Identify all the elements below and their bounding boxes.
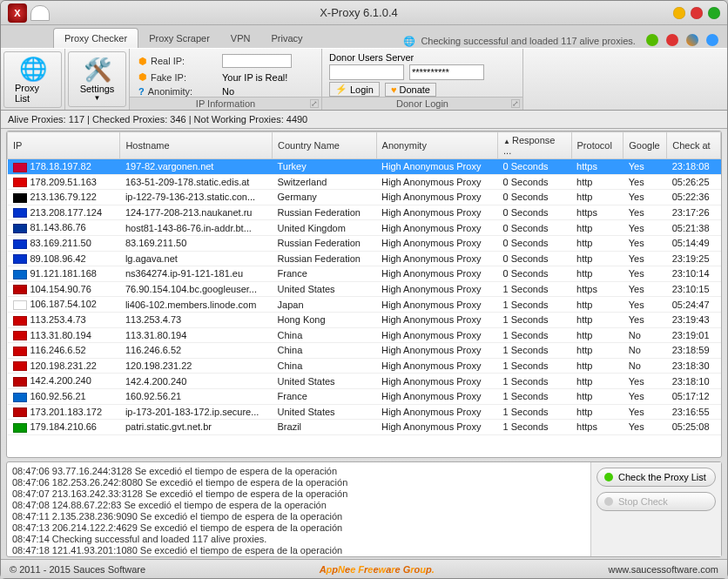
table-row[interactable]: 113.253.4.73113.253.4.73Hong KongHigh An… [8,312,721,327]
real-ip-label: Real IP: [151,56,185,66]
maximize-button[interactable] [708,7,720,19]
table-row[interactable]: 178.209.51.163163-51-209-178.static.edis… [8,174,721,190]
table-row[interactable]: 179.184.210.66patri.static.gvt.net.brBra… [8,420,721,435]
status-dot-blue[interactable] [706,34,718,46]
table-row[interactable]: 173.201.183.172ip-173-201-183-172.ip.sec… [8,404,721,420]
close-button[interactable] [691,7,703,19]
footer: © 2011 - 2015 Sauces Software AppNee Fre… [1,559,727,578]
footer-watermark: AppNee Freeware Group. [145,562,608,576]
log-output[interactable]: 08:47:06 93.77.16.244:3128 Se excedió el… [7,462,590,556]
stop-label: Stop Check [618,496,668,507]
tab-vpn[interactable]: VPN [220,29,261,48]
col-google[interactable]: Google [624,132,667,159]
status-icons [641,34,718,48]
flag-icon [13,393,27,402]
sort-asc-icon: ▲ [503,138,510,145]
tab-privacy[interactable]: Privacy [260,29,313,48]
table-row[interactable]: 83.169.211.5083.169.211.50Russian Federa… [8,235,721,251]
col-anonymity[interactable]: Anonymity [376,132,497,159]
toolbar: 🌐 Proxy List 🛠️ Settings ▼ ⬢Real IP: ⬢Fa… [1,48,727,111]
login-button[interactable]: ⚡Login [329,82,380,97]
settings-button[interactable]: 🛠️ Settings ▼ [68,51,126,107]
proxy-stats: Alive Proxies: 117 | Checked Proxies: 34… [1,111,727,129]
status-dot-green[interactable] [646,34,658,46]
col-protocol[interactable]: Protocol [571,132,624,159]
col-checkat[interactable]: Check at [667,132,721,159]
stop-check-button[interactable]: Stop Check [597,492,716,511]
table-row[interactable]: 91.121.181.168ns364274.ip-91-121-181.euF… [8,266,721,282]
col-hostname[interactable]: Hostname [120,132,273,159]
globe-icon: 🌐 [19,56,47,83]
table-row[interactable]: 120.198.231.22120.198.231.22ChinaHigh An… [8,358,721,374]
shield-icon: ⬢ [138,71,147,83]
app-window: X X-Proxy 6.1.0.4 Proxy Checker Proxy Sc… [0,0,728,579]
footer-url[interactable]: www.saucessoftware.com [608,564,718,575]
table-row[interactable]: 113.31.80.194113.31.80.194ChinaHigh Anon… [8,327,721,343]
table-row[interactable]: 213.208.177.124124-177-208-213.naukanet.… [8,205,721,220]
table-row[interactable]: 213.136.79.122ip-122-79-136-213.static.c… [8,190,721,205]
check-proxy-list-button[interactable]: Check the Proxy List [597,468,716,487]
titlebar[interactable]: X X-Proxy 6.1.0.4 [1,1,727,25]
status-dot-color[interactable] [686,34,698,46]
flag-icon [13,239,27,249]
table-row[interactable]: 89.108.96.42lg.agava.netRussian Federati… [8,251,721,266]
fake-ip-label: Fake IP: [151,72,186,83]
settings-label: Settings [80,84,115,94]
table-row[interactable]: 116.246.6.52116.246.6.52ChinaHigh Anonym… [8,343,721,359]
globe-icon: 🌐 [403,36,415,47]
proxy-list-label: Proxy List [15,83,51,104]
app-icon: X [8,3,27,23]
heart-icon: ♥ [391,84,397,95]
flag-icon [13,224,27,233]
tab-proxy-scraper[interactable]: Proxy Scraper [138,29,220,48]
table-row[interactable]: 104.154.90.7676.90.154.104.bc.googleuser… [8,281,721,297]
table-row[interactable]: 81.143.86.76host81-143-86-76.in-addr.bt.… [8,220,721,236]
status-dot-red[interactable] [666,34,678,46]
donate-button[interactable]: ♥Donate [385,83,436,97]
ip-info-caption: IP Information⤢ [130,97,321,110]
window-title: X-Proxy 6.1.0.4 [50,6,668,19]
table-row[interactable]: 178.18.197.82197-82.vargonen.netTurkeyHi… [8,159,721,175]
flag-icon [13,377,27,387]
flag-icon [13,300,27,310]
table-row[interactable]: 106.187.54.102li406-102.members.linode.c… [8,297,721,313]
ip-info-panel: ⬢Real IP: ⬢Fake IP: Your IP is Real! ?An… [130,49,321,102]
anonymity-label: Anonimity: [148,86,192,97]
flag-icon [13,331,27,340]
status-message: 🌐 Checking successful and loaded 117 ali… [403,34,727,48]
flag-icon [13,178,27,187]
donor-login-input[interactable] [329,64,404,80]
footer-copyright: © 2011 - 2015 Sauces Software [10,564,145,575]
flag-icon [13,270,27,279]
expand-icon[interactable]: ⤢ [310,99,319,108]
table-row[interactable]: 160.92.56.21160.92.56.21FranceHigh Anony… [8,388,721,404]
check-label: Check the Proxy List [618,472,706,482]
gear-icon: 🛠️ [84,57,111,84]
shield-icon: ⬢ [138,56,147,67]
col-response[interactable]: ▲Response ... [498,132,572,159]
grid-scroll[interactable]: IP Hostname Country Name Anonymity ▲Resp… [7,131,721,457]
grid-header[interactable]: IP Hostname Country Name Anonymity ▲Resp… [8,132,721,159]
stop-icon [604,497,613,506]
proxy-grid: IP Hostname Country Name Anonymity ▲Resp… [6,131,722,458]
table-row[interactable]: 142.4.200.240142.4.200.240United StatesH… [8,374,721,389]
donor-password-input[interactable] [409,64,484,80]
log-panel: 08:47:06 93.77.16.244:3128 Se excedió el… [6,461,722,557]
donor-title: Donor Users Server [329,52,516,63]
tab-proxy-checker[interactable]: Proxy Checker [53,28,138,48]
donor-caption: Donor Login⤢ [322,97,522,110]
real-ip-field[interactable] [222,54,292,68]
flag-icon [13,254,27,264]
donor-panel: Donor Users Server ⚡Login ♥Donate [322,49,522,102]
donate-label: Donate [399,84,429,95]
blank-tab-icon [30,5,50,21]
login-label: Login [350,84,374,95]
col-country[interactable]: Country Name [273,132,377,159]
question-icon: ? [138,86,145,97]
col-ip[interactable]: IP [8,132,120,159]
expand-icon[interactable]: ⤢ [511,99,520,108]
minimize-button[interactable] [673,7,685,19]
anonymity-value: No [222,86,313,97]
flag-icon [13,361,27,371]
proxy-list-button[interactable]: 🌐 Proxy List [3,51,62,108]
